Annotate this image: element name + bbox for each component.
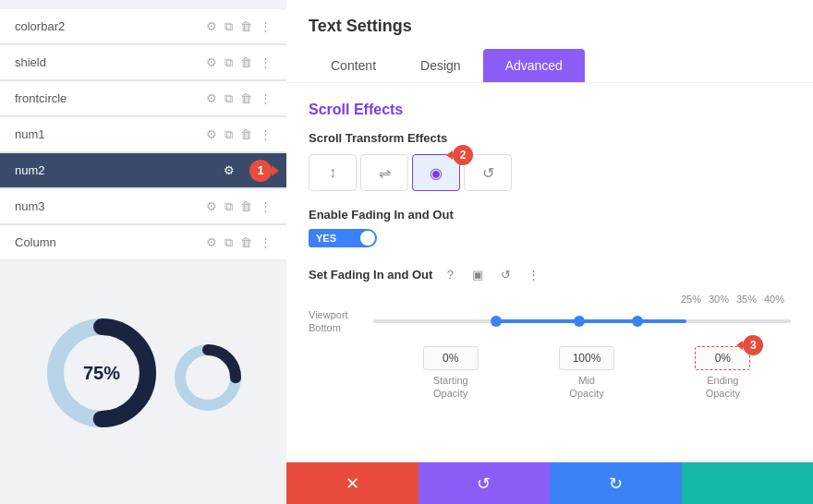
mid-opacity-input[interactable]: 100% bbox=[559, 346, 614, 370]
help-icon[interactable]: ? bbox=[440, 264, 460, 284]
settings-icon[interactable]: ⚙ bbox=[206, 19, 217, 33]
layer-item-shield[interactable]: shield ⚙ ⧉ 🗑 ⋮ bbox=[0, 45, 286, 80]
duplicate-icon[interactable]: ⧉ bbox=[224, 199, 233, 214]
badge-arrow bbox=[272, 165, 279, 176]
settings-icon[interactable]: ⚙ bbox=[206, 127, 217, 141]
layer-name: shield bbox=[15, 55, 206, 69]
viewport-section: 25% 30% 35% 40% ViewportBottom bbox=[309, 294, 791, 335]
viewport-slider-row: ViewportBottom bbox=[309, 308, 791, 335]
tablet-icon[interactable]: ▣ bbox=[467, 264, 488, 284]
slider-track[interactable] bbox=[373, 319, 791, 323]
donut-percent: 75% bbox=[83, 363, 120, 384]
toggle-thumb bbox=[360, 231, 375, 246]
redo-icon: ↻ bbox=[609, 474, 623, 494]
more-icon[interactable]: ⋮ bbox=[260, 199, 272, 213]
pct-40: 40% bbox=[761, 294, 787, 305]
undo-icon: ↺ bbox=[477, 474, 491, 494]
donut-small-1 bbox=[171, 341, 245, 414]
slider-dot-2[interactable] bbox=[574, 316, 585, 327]
layer-item-num1[interactable]: num1 ⚙ ⧉ 🗑 ⋮ bbox=[0, 117, 286, 152]
ending-opacity-wrapper: 0% 3 bbox=[695, 346, 750, 370]
duplicate-icon[interactable]: ⧉ bbox=[224, 91, 233, 106]
scroll-transform-label: Scroll Transform Effects bbox=[309, 131, 791, 145]
delete-icon[interactable]: 🗑 bbox=[240, 19, 252, 33]
transform-buttons: ↕ ⇌ ◉ 2 ↺ bbox=[309, 154, 791, 191]
undo-button[interactable]: ↺ bbox=[419, 462, 551, 504]
layer-icons: ⚙ ⧉ 🗑 ⋮ bbox=[206, 55, 272, 70]
settings-icon[interactable]: ⚙ bbox=[206, 199, 217, 213]
pct-30: 30% bbox=[706, 294, 732, 305]
redo-button[interactable]: ↻ bbox=[550, 462, 682, 504]
tab-content[interactable]: Content bbox=[309, 49, 398, 82]
duplicate-icon[interactable]: ⧉ bbox=[224, 235, 233, 250]
opacity-col-starting: 0% StartingOpacity bbox=[382, 346, 518, 401]
duplicate-icon[interactable]: ⧉ bbox=[224, 127, 233, 142]
cancel-button[interactable]: ✕ bbox=[286, 462, 419, 504]
more-icon[interactable]: ⋮ bbox=[260, 127, 272, 141]
section-title: Scroll Effects bbox=[309, 102, 791, 118]
settings-icon[interactable]: ⚙ bbox=[224, 163, 235, 177]
panel-body: Scroll Effects Scroll Transform Effects … bbox=[286, 83, 813, 462]
starting-opacity-input[interactable]: 0% bbox=[423, 346, 479, 370]
tab-advanced[interactable]: Advanced bbox=[483, 49, 585, 82]
more-icon[interactable]: ⋮ bbox=[260, 19, 272, 33]
fade-icon: ◉ bbox=[430, 164, 443, 182]
transform-btn-fade[interactable]: ◉ bbox=[412, 154, 460, 191]
pct-35: 35% bbox=[734, 294, 759, 305]
delete-icon[interactable]: 🗑 bbox=[240, 199, 252, 213]
set-fading-label: Set Fading In and Out bbox=[309, 268, 432, 282]
small-donuts bbox=[171, 341, 245, 414]
cancel-icon: ✕ bbox=[346, 474, 359, 494]
layer-name: Column bbox=[15, 235, 206, 249]
mid-opacity-label: MidOpacity bbox=[569, 374, 603, 401]
badge-2-arrow bbox=[446, 150, 453, 160]
donut-large: 75% bbox=[42, 313, 162, 433]
transform-btn-vertical[interactable]: ↕ bbox=[309, 154, 357, 191]
layer-name: frontcircle bbox=[15, 91, 206, 105]
delete-icon[interactable]: 🗑 bbox=[240, 55, 252, 69]
layer-name: num2 bbox=[15, 163, 224, 177]
layer-item-num2[interactable]: num2 ⚙ 1 bbox=[0, 153, 286, 188]
badge-3-arrow bbox=[736, 341, 743, 350]
tab-design[interactable]: Design bbox=[398, 49, 483, 82]
layer-icons: ⚙ bbox=[224, 163, 235, 177]
set-fading-row: Set Fading In and Out ? ▣ ↺ ⋮ bbox=[309, 264, 791, 284]
delete-icon[interactable]: 🗑 bbox=[240, 235, 252, 249]
settings-icon[interactable]: ⚙ bbox=[206, 55, 217, 69]
toggle-row[interactable]: YES bbox=[309, 229, 791, 247]
step-badge-1: 1 bbox=[249, 160, 272, 182]
slider-dot-1[interactable] bbox=[491, 316, 502, 327]
confirm-button[interactable] bbox=[682, 462, 814, 504]
more-options-icon[interactable]: ⋮ bbox=[523, 264, 543, 284]
more-icon[interactable]: ⋮ bbox=[260, 55, 272, 69]
panel-header: Text Settings Content Design Advanced bbox=[286, 0, 813, 83]
opacity-values-row: 0% StartingOpacity 100% MidOpacity 0% 3 … bbox=[309, 346, 791, 401]
step-badge-3: 3 bbox=[743, 335, 763, 355]
viewport-pct-row: 25% 30% 35% 40% bbox=[309, 294, 791, 305]
duplicate-icon[interactable]: ⧉ bbox=[224, 19, 233, 34]
right-panel: Text Settings Content Design Advanced Sc… bbox=[286, 0, 813, 504]
more-icon[interactable]: ⋮ bbox=[260, 235, 272, 249]
delete-icon[interactable]: 🗑 bbox=[240, 127, 252, 141]
slider-dot-3[interactable] bbox=[632, 316, 643, 327]
settings-icon[interactable]: ⚙ bbox=[206, 91, 217, 105]
delete-icon[interactable]: 🗑 bbox=[240, 91, 252, 105]
settings-icon[interactable]: ⚙ bbox=[206, 235, 217, 249]
layer-item-column[interactable]: Column ⚙ ⧉ 🗑 ⋮ bbox=[0, 225, 286, 260]
duplicate-icon[interactable]: ⧉ bbox=[224, 55, 233, 70]
more-icon[interactable]: ⋮ bbox=[260, 91, 272, 105]
transform-btn-horizontal[interactable]: ⇌ bbox=[360, 154, 408, 191]
layer-item-num3[interactable]: num3 ⚙ ⧉ 🗑 ⋮ bbox=[0, 189, 286, 224]
layer-icons: ⚙ ⧉ 🗑 ⋮ bbox=[206, 199, 272, 214]
toggle-yes-label: YES bbox=[309, 229, 344, 247]
transform-btn-fade-wrapper: ◉ 2 bbox=[412, 154, 460, 191]
opacity-col-ending: 0% 3 EndingOpacity bbox=[655, 346, 791, 401]
layer-item-colorbar2[interactable]: colorbar2 ⚙ ⧉ 🗑 ⋮ bbox=[0, 9, 286, 44]
reset-icon[interactable]: ↺ bbox=[495, 264, 516, 284]
left-panel: colorbar2 ⚙ ⧉ 🗑 ⋮ shield ⚙ ⧉ 🗑 ⋮ frontci… bbox=[0, 0, 286, 504]
toggle-track[interactable] bbox=[344, 229, 377, 247]
enable-fading-label: Enable Fading In and Out bbox=[309, 208, 791, 222]
step-badge-2: 2 bbox=[453, 145, 473, 165]
layer-item-frontcircle[interactable]: frontcircle ⚙ ⧉ 🗑 ⋮ bbox=[0, 81, 286, 116]
panel-title: Text Settings bbox=[309, 17, 791, 36]
